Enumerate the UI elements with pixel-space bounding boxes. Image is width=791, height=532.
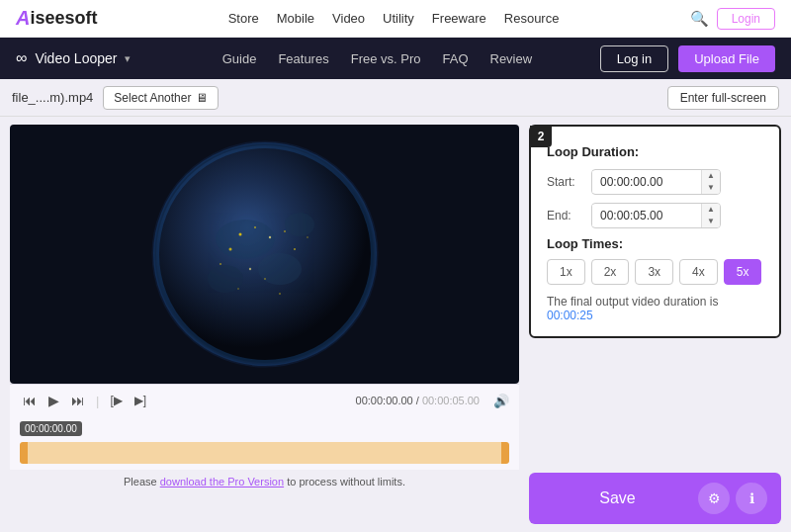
svg-point-10 [228, 248, 231, 251]
right-panel: 2 Loop Duration: Start: ▲ ▼ End: ▲ [529, 125, 781, 524]
time-separator: / [416, 395, 419, 406]
svg-point-8 [268, 236, 270, 238]
end-field-row: End: ▲ ▼ [547, 203, 763, 228]
svg-point-2 [216, 220, 275, 259]
svg-point-12 [307, 236, 308, 238]
top-navbar: Aiseesoft Store Mobile Video Utility Fre… [0, 0, 791, 38]
loop-times-label: Loop Times: [547, 236, 763, 251]
loop-4x-button[interactable]: 4x [679, 259, 718, 285]
fullscreen-button[interactable]: Enter full-screen [667, 86, 779, 110]
nav-store[interactable]: Store [228, 11, 259, 26]
toolbar-left: file_....m).mp4 Select Another 🖥 [12, 86, 219, 110]
volume-icon[interactable]: 🔊 [493, 394, 509, 408]
loop-start-button[interactable]: [▶ [107, 392, 125, 409]
main-area: ⏮ ▶ ⏭ | [▶ ▶] 00:00:00.00 / 00:00:05.00 … [0, 117, 791, 532]
loop-duration-label: Loop Duration: [547, 144, 763, 159]
output-text: The final output video duration is [547, 295, 718, 309]
pro-version-link[interactable]: download the Pro Version [160, 476, 284, 488]
login-button[interactable]: Login [717, 8, 775, 30]
svg-point-13 [220, 263, 221, 265]
loop-end-button[interactable]: ▶] [132, 392, 149, 409]
log-in-button[interactable]: Log in [600, 45, 668, 72]
loop-2x-button[interactable]: 2x [591, 259, 630, 285]
svg-point-7 [254, 226, 256, 228]
start-time-input-group: ▲ ▼ [591, 169, 721, 195]
svg-point-9 [284, 230, 286, 232]
end-spinner-down[interactable]: ▼ [702, 216, 720, 227]
monitor-icon: 🖥 [196, 91, 208, 105]
video-section: ⏮ ▶ ⏭ | [▶ ▶] 00:00:00.00 / 00:00:05.00 … [10, 125, 519, 524]
svg-point-11 [294, 248, 296, 250]
earth-svg [151, 140, 379, 368]
start-time-input[interactable] [592, 171, 701, 193]
timeline-time-label: 00:00:00.00 [20, 421, 82, 436]
time-total: 00:00:05.00 [422, 395, 480, 406]
start-spinner-down[interactable]: ▼ [702, 182, 720, 194]
end-spinner-up[interactable]: ▲ [702, 204, 720, 216]
play-button[interactable]: ▶ [45, 391, 62, 410]
timeline-track[interactable] [20, 442, 509, 464]
loop-3x-button[interactable]: 3x [635, 259, 673, 285]
save-label[interactable]: Save [543, 489, 692, 507]
earth-visual [10, 125, 519, 384]
skip-back-button[interactable]: ⏮ [20, 391, 40, 410]
nav-features[interactable]: Features [278, 51, 328, 66]
end-spinners: ▲ ▼ [701, 204, 720, 227]
nav-free-vs-pro[interactable]: Free vs. Pro [351, 51, 421, 66]
timeline-area: 00:00:00.00 [10, 416, 519, 470]
pro-notice: Please download the Pro Version to proce… [10, 470, 519, 489]
pro-notice-text-before: Please [124, 476, 160, 488]
search-icon[interactable]: 🔍 [690, 10, 709, 28]
file-name-label: file_....m).mp4 [12, 90, 93, 105]
timeline-handle-left[interactable] [20, 442, 28, 464]
svg-point-15 [264, 278, 266, 280]
time-current: 00:00:00.00 [356, 395, 413, 406]
output-duration: 00:00:25 [547, 309, 593, 322]
second-navbar: ∞ Video Looper ▾ Guide Features Free vs.… [0, 38, 791, 79]
start-spinners: ▲ ▼ [701, 170, 720, 194]
toolbar-row: file_....m).mp4 Select Another 🖥 Enter f… [0, 79, 791, 117]
loop-times-row: 1x 2x 3x 4x 5x [547, 259, 763, 285]
nav-video[interactable]: Video [332, 11, 365, 26]
pro-notice-text-after: to process without limits. [284, 476, 405, 488]
second-nav-right: Log in Upload File [600, 45, 775, 72]
video-controls-bar: ⏮ ▶ ⏭ | [▶ ▶] 00:00:00.00 / 00:00:05.00 … [10, 384, 519, 416]
timeline-handle-right[interactable] [501, 442, 509, 464]
logo-text: iseesoft [30, 8, 97, 29]
nav-review[interactable]: Review [490, 51, 533, 66]
nav-freeware[interactable]: Freeware [432, 11, 486, 26]
chevron-down-icon[interactable]: ▾ [125, 52, 131, 65]
time-display: 00:00:00.00 / 00:00:05.00 [356, 395, 480, 406]
separator: | [96, 394, 99, 408]
svg-point-16 [237, 288, 239, 290]
end-time-input[interactable] [592, 205, 701, 226]
nav-guide[interactable]: Guide [222, 51, 257, 66]
svg-point-5 [285, 213, 314, 236]
loop-5x-button[interactable]: 5x [724, 259, 762, 285]
svg-point-14 [248, 268, 250, 270]
nav-faq[interactable]: FAQ [442, 51, 468, 66]
start-spinner-up[interactable]: ▲ [702, 170, 720, 182]
upload-file-button[interactable]: Upload File [678, 45, 775, 72]
end-time-input-group: ▲ ▼ [591, 203, 721, 228]
save-info-button[interactable]: ℹ [736, 483, 767, 514]
select-another-label: Select Another [114, 91, 191, 105]
nav-mobile[interactable]: Mobile [277, 11, 314, 26]
save-area: Save ⚙ ℹ [529, 473, 781, 524]
card-badge: 2 [530, 126, 552, 147]
skip-forward-button[interactable]: ⏭ [68, 391, 88, 410]
select-another-button[interactable]: Select Another 🖥 [103, 86, 219, 110]
end-label: End: [547, 209, 591, 222]
svg-point-6 [238, 233, 241, 236]
loop-1x-button[interactable]: 1x [547, 259, 585, 285]
nav-utility[interactable]: Utility [383, 11, 414, 26]
logo: Aiseesoft [16, 7, 97, 30]
svg-point-3 [258, 253, 302, 285]
output-notice: The final output video duration is 00:00… [547, 295, 763, 322]
loop-icon: ∞ [16, 49, 27, 67]
save-gear-button[interactable]: ⚙ [698, 483, 730, 514]
tool-name-label: Video Looper [35, 50, 117, 66]
nav-resource[interactable]: Resource [504, 11, 560, 26]
second-nav-links: Guide Features Free vs. Pro FAQ Review [174, 51, 580, 66]
loop-settings-card: 2 Loop Duration: Start: ▲ ▼ End: ▲ [529, 125, 781, 338]
